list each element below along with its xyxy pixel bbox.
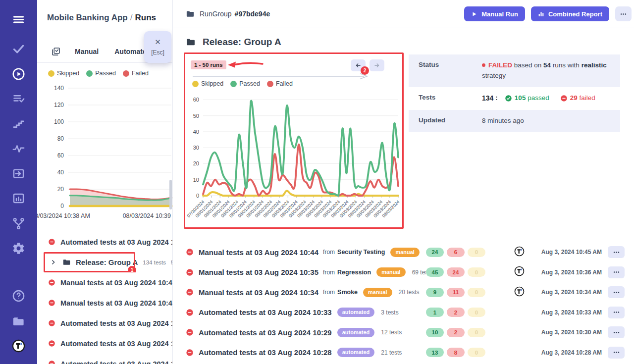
run-more-button[interactable] — [608, 246, 625, 258]
legend-item-passed[interactable]: Passed — [230, 80, 260, 87]
svg-text:30: 30 — [193, 145, 199, 151]
sidebar-item-play-circle[interactable] — [11, 67, 26, 81]
run-list-item[interactable]: Automated tests at 03 Aug 2024 10 — [37, 313, 172, 333]
reporter-logo-slot — [514, 246, 525, 259]
legend-item-skipped[interactable]: Skipped — [192, 80, 223, 87]
status-text: based on — [512, 61, 543, 69]
run-list-item[interactable]: Manual tests at 03 Aug 2024 10:43 — [37, 272, 172, 293]
reporter-logo-icon — [514, 246, 525, 257]
run-row[interactable]: Automated tests at 03 Aug 2024 10:33auto… — [186, 303, 625, 323]
sidebar-item-menu[interactable] — [11, 13, 26, 26]
failed-status-icon — [186, 328, 194, 336]
failed-chip: 8 — [447, 348, 465, 357]
run-group-item[interactable]: Release: Group A134 tests54 r1 — [37, 252, 172, 272]
legend-item-passed[interactable]: Passed — [86, 70, 116, 77]
svg-text:20: 20 — [193, 160, 199, 166]
run-row[interactable]: Manual tests at 03 Aug 2024 10:35fromReg… — [186, 262, 625, 283]
run-row[interactable]: Automated tests at 03 Aug 2024 10:29auto… — [186, 322, 625, 343]
run-more-button[interactable] — [608, 266, 625, 278]
tests-passed: 105 passed — [515, 93, 549, 104]
sidebar-item-sign-in[interactable] — [11, 167, 26, 180]
runs-panel: Mobile Banking App/Runs Manual Automated… — [37, 0, 173, 364]
mini-chart-legend: SkippedPassedFailed — [48, 70, 149, 77]
sidebar-item-branch[interactable] — [11, 217, 26, 230]
tab-manual[interactable]: Manual — [75, 48, 99, 55]
sidebar-item-help[interactable] — [11, 289, 26, 303]
legend-item-skipped[interactable]: Skipped — [48, 70, 79, 77]
run-label: Automated tests at 03 Aug 2024 10 — [60, 340, 172, 348]
run-result-chips: 9110 — [426, 288, 485, 297]
failed-status-icon — [48, 340, 55, 347]
run-title: Automated tests at 03 Aug 2024 10:29 — [199, 328, 332, 337]
sidebar-item-projects[interactable] — [11, 314, 26, 327]
skipped-chip: 0 — [468, 267, 485, 277]
annotation-arrow — [226, 60, 264, 70]
run-more-button[interactable] — [608, 347, 625, 359]
failed-status-icon — [48, 360, 55, 364]
run-label: Manual tests at 03 Aug 2024 10:43 — [60, 279, 172, 287]
run-group-tests-count: 134 tests — [143, 260, 166, 265]
close-icon[interactable]: ✕ — [155, 38, 161, 46]
prev-page-button[interactable]: 2 — [351, 59, 366, 71]
run-row-main: Automated tests at 03 Aug 2024 10:28auto… — [186, 348, 426, 357]
passed-chip: 13 — [426, 348, 444, 357]
combined-report-button[interactable]: Combined Report — [531, 6, 609, 21]
svg-text:40: 40 — [193, 129, 199, 135]
legend-item-failed[interactable]: Failed — [267, 80, 293, 87]
run-list-item[interactable]: Automated tests at 03 Aug 2024 10 — [37, 232, 172, 252]
run-row[interactable]: Automated tests at 03 Aug 2024 10:28auto… — [186, 343, 625, 363]
manual-run-button[interactable]: Manual Run — [464, 6, 525, 21]
select-runs-icon[interactable] — [51, 47, 61, 56]
run-more-button[interactable] — [608, 326, 625, 338]
main-content: RunGroup #97bde94e Manual Run Combined R… — [173, 0, 634, 364]
runs-trend-mini-chart: 140120100806040200 — [37, 78, 172, 211]
tests-value: 134: 105 passed 29 failed — [482, 93, 595, 104]
sidebar-item-settings[interactable] — [11, 242, 26, 255]
breadcrumb: Mobile Banking App/Runs — [47, 13, 156, 23]
updated-value: 8 minutes ago — [482, 116, 524, 126]
run-result-chips: 45240 — [426, 267, 485, 277]
failed-chip: 2 — [447, 308, 465, 317]
run-timestamp: Aug 3, 2024 10:30 AM — [525, 329, 602, 336]
sidebar-item-logo[interactable] — [11, 339, 26, 353]
legend-item-failed[interactable]: Failed — [123, 70, 149, 77]
rungroup-topbar: RunGroup #97bde94e Manual Run Combined R… — [173, 0, 634, 28]
folder-icon — [62, 258, 71, 266]
run-more-button[interactable] — [608, 286, 625, 298]
next-page-button[interactable] — [370, 59, 384, 71]
more-actions-button[interactable] — [615, 6, 632, 21]
passed-chip: 45 — [426, 267, 444, 277]
ellipsis-icon — [613, 268, 620, 276]
run-title: Automated tests at 03 Aug 2024 10:33 — [199, 308, 332, 316]
svg-text:80: 80 — [57, 135, 64, 142]
panel-scrollbar[interactable] — [169, 180, 172, 209]
run-row[interactable]: Manual tests at 03 Aug 2024 10:34fromSmo… — [186, 282, 625, 303]
sidebar-item-steps[interactable] — [11, 117, 26, 130]
run-row-main: Automated tests at 03 Aug 2024 10:29auto… — [186, 328, 426, 337]
run-tests-count: 3 tests — [381, 309, 398, 316]
run-row[interactable]: Manual tests at 03 Aug 2024 10:44fromSec… — [186, 242, 625, 262]
reporter-logo-slot — [514, 266, 525, 278]
run-type-badge: manual — [376, 267, 406, 277]
x-axis-label-end: 08/03/2024 10:39 — [123, 212, 171, 219]
project-title[interactable]: Mobile Banking App — [47, 13, 128, 22]
combined-report-label: Combined Report — [548, 10, 602, 18]
reporter-logo-icon — [514, 266, 525, 276]
run-list-item[interactable]: Manual tests at 03 Aug 2024 10:42 — [37, 293, 172, 313]
sidebar-item-activity[interactable] — [11, 142, 26, 156]
status-run-count: 54 — [543, 61, 551, 69]
status-text: strategy — [482, 72, 506, 79]
sidebar-item-list-check[interactable] — [11, 92, 26, 105]
run-list-item[interactable]: Automated tests at 03 Aug 2024 10 — [37, 354, 172, 364]
status-label: Status — [419, 60, 482, 81]
timeline-arrow — [192, 73, 371, 80]
status-row: Status FAILED based on 54 runs with real… — [409, 54, 620, 87]
release-overview: 1 - 50 runs 2 — [173, 52, 634, 229]
svg-text:50: 50 — [193, 113, 199, 119]
run-tests-count: 21 tests — [381, 349, 402, 356]
sidebar-item-check[interactable] — [11, 42, 26, 55]
run-more-button[interactable] — [608, 307, 625, 318]
run-list-item[interactable]: Automated tests at 03 Aug 2024 10 — [37, 333, 172, 354]
sidebar-item-report[interactable] — [11, 192, 26, 205]
svg-text:100: 100 — [54, 118, 64, 125]
